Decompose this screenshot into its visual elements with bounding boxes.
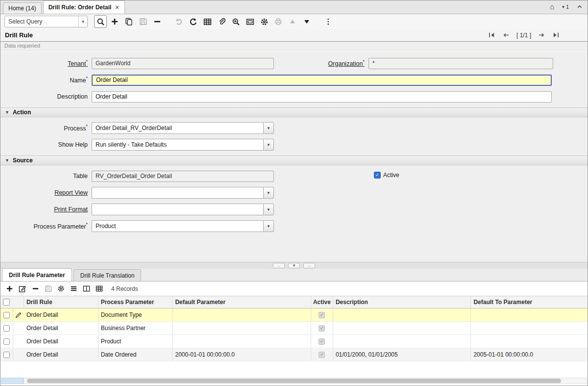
print-format-combobox[interactable]: ▼ [92, 204, 274, 215]
toggle-column-button[interactable] [83, 285, 90, 292]
scrollbar-thumb[interactable] [27, 379, 561, 383]
cell-drill-rule[interactable]: Order Detail [24, 335, 98, 348]
cell-default-to-parameter[interactable] [471, 322, 588, 335]
table-row[interactable]: Order Detail Document Type ✓ [0, 309, 588, 322]
tab-drill-rule[interactable]: Drill Rule: Order Detail ✕ [43, 0, 125, 14]
show-help-combobox[interactable]: Run silently - Take Defaults ▼ [92, 139, 274, 151]
cell-process-parameter[interactable]: Product [98, 335, 173, 348]
copy-record-button[interactable] [122, 15, 135, 28]
delete-row-button[interactable] [32, 285, 39, 292]
cell-process-parameter[interactable]: Date Ordered [98, 348, 173, 361]
report-view-combobox[interactable]: ▼ [92, 187, 274, 199]
grid-toggle-button[interactable] [201, 15, 214, 28]
chevron-down-icon[interactable]: ▼ [263, 220, 274, 232]
chevron-down-icon[interactable]: ▼ [263, 139, 274, 151]
section-source[interactable]: ▼ Source [0, 155, 588, 165]
splitter-drag-handle[interactable]: ... [273, 263, 285, 268]
column-header-process-parameter[interactable]: Process Parameter [98, 296, 173, 308]
home-icon[interactable]: ⌂ [550, 3, 554, 10]
chevron-down-icon[interactable]: ▼ [263, 122, 274, 134]
cell-description[interactable] [333, 322, 471, 335]
save-row-button[interactable] [45, 285, 52, 292]
delete-button[interactable] [151, 15, 164, 28]
description-input[interactable]: Order Detail [92, 91, 552, 103]
customize-button[interactable] [258, 15, 270, 28]
zoom-across-button[interactable] [229, 15, 242, 28]
cell-default-parameter[interactable]: 2000-01-01 00:00:00.0 [172, 348, 311, 361]
find-button[interactable] [94, 15, 107, 28]
cell-description[interactable]: 01/01/2000, 01/01/2005 [333, 348, 471, 361]
process-parameter-combobox[interactable]: Product ▼ [92, 220, 274, 232]
name-input[interactable]: Order Detail [92, 75, 552, 86]
chevron-down-icon: ▾ [562, 4, 564, 9]
chevron-down-icon[interactable]: ▼ [263, 204, 274, 215]
cell-default-parameter[interactable] [172, 309, 311, 321]
column-header-description[interactable]: Description [333, 296, 471, 308]
more-actions-button[interactable]: ⋮ [322, 15, 335, 28]
grid-customize-button[interactable] [57, 285, 65, 292]
cell-description[interactable] [333, 309, 471, 321]
row-checkbox[interactable] [3, 312, 10, 318]
next-record-button[interactable] [538, 32, 545, 38]
edit-pencil-icon[interactable] [15, 311, 22, 318]
refresh-button[interactable] [187, 15, 199, 28]
cell-default-to-parameter[interactable] [471, 335, 588, 348]
cell-drill-rule[interactable]: Order Detail [24, 348, 98, 361]
column-header-default-to-parameter[interactable]: Default To Parameter [471, 296, 588, 308]
tab-home[interactable]: Home (14) [3, 2, 42, 14]
open-windows-dropdown[interactable]: ▾ 1 [562, 4, 569, 10]
splitter-drag-handle[interactable]: ... [303, 263, 315, 268]
scrollbar-track[interactable] [24, 378, 587, 384]
row-checkbox[interactable] [3, 325, 10, 332]
table-row[interactable]: Order Detail Business Partner ✓ [0, 322, 588, 335]
collapse-header-icon[interactable] [577, 4, 583, 10]
cell-drill-rule[interactable]: Order Detail [24, 322, 98, 335]
first-record-button[interactable] [488, 32, 495, 38]
tab-drill-rule-translation[interactable]: Drill Rule Translation [74, 269, 142, 281]
quick-form-button[interactable] [70, 285, 77, 292]
cell-default-parameter[interactable] [172, 322, 311, 335]
parent-record-button[interactable] [286, 15, 299, 28]
column-header-drill-rule[interactable]: Drill Rule [24, 296, 98, 308]
previous-record-button[interactable] [502, 32, 510, 38]
cell-process-parameter[interactable]: Document Type [98, 309, 173, 321]
column-header-default-parameter[interactable]: Default Parameter [172, 296, 311, 308]
grid-view-button[interactable] [96, 285, 103, 292]
process-parameter-row: Process Parameter* Product ▼ [0, 220, 588, 232]
tab-drill-rule-parameter[interactable]: Drill Rule Parameter [2, 268, 72, 281]
organization-group: Organization* * [280, 57, 553, 69]
cell-drill-rule[interactable]: Order Detail [24, 309, 98, 321]
close-tab-icon[interactable]: ✕ [115, 4, 119, 11]
active-checkbox[interactable]: ✓ [374, 172, 381, 179]
attachment-button[interactable] [215, 15, 228, 28]
cell-default-to-parameter[interactable] [471, 309, 588, 321]
row-checkbox[interactable] [3, 338, 10, 345]
plus-icon [111, 18, 119, 26]
splitter-collapse-button[interactable]: ▼ [288, 263, 300, 268]
section-action[interactable]: ▼ Action [0, 107, 588, 117]
add-row-button[interactable] [6, 285, 13, 292]
active-checkbox-group[interactable]: ✓ Active [374, 172, 399, 179]
chevron-down-icon[interactable]: ▼ [78, 16, 87, 27]
process-combobox[interactable]: Order Detail_RV_OrderDetail ▼ [92, 122, 274, 134]
column-header-active[interactable]: Active [311, 296, 333, 308]
undo-button[interactable] [172, 15, 185, 28]
row-checkbox[interactable] [3, 352, 10, 358]
edit-row-button[interactable] [19, 285, 26, 293]
cell-process-parameter[interactable]: Business Partner [98, 322, 173, 335]
table-row[interactable]: Order Detail Date Ordered 2000-01-01 00:… [0, 348, 588, 361]
save-button[interactable] [137, 15, 149, 28]
cell-default-to-parameter[interactable]: 2005-01-01 00:00:00.0 [471, 348, 588, 361]
panel-splitter[interactable]: ... ▼ ... [0, 262, 588, 269]
detail-record-button[interactable] [300, 15, 313, 28]
select-query-combobox[interactable]: Select Query ▼ [4, 16, 88, 27]
cell-default-parameter[interactable] [172, 335, 311, 348]
cell-description[interactable] [333, 335, 471, 348]
report-button[interactable] [244, 15, 256, 28]
last-record-button[interactable] [552, 32, 560, 38]
print-button[interactable] [272, 15, 285, 28]
table-row[interactable]: Order Detail Product ✓ [0, 335, 588, 348]
select-all-checkbox[interactable] [3, 299, 10, 306]
new-record-button[interactable] [108, 15, 121, 28]
chevron-down-icon[interactable]: ▼ [263, 187, 274, 199]
